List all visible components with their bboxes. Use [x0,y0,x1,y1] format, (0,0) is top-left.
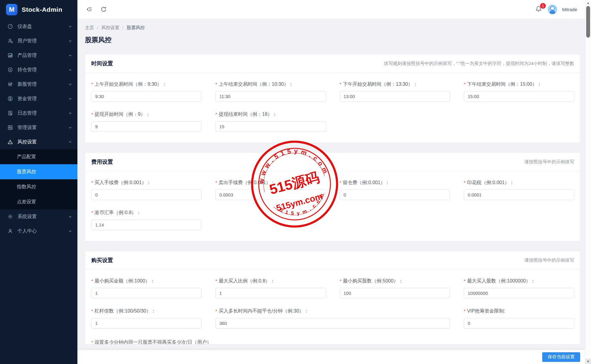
field-stamp-tax: 印花税（例:0.001）： [464,180,574,200]
sidebar-item-admin-settings[interactable]: 管理设置 [0,120,77,135]
leverage-input[interactable] [91,318,202,329]
scroll-up-arrow[interactable]: ▲ [585,0,591,5]
chevron-down-icon [68,25,72,28]
field-withdraw-start: 提现开始时间（例：9）： [91,111,202,132]
app-logo-icon: M [6,4,17,15]
sidebar-item-ipo[interactable]: 新股管理 [0,77,77,91]
sidebar-item-spread-settings[interactable]: 点差设置 [0,194,77,209]
chevron-down-icon [68,111,72,115]
chevron-down-icon [68,215,72,218]
app-logo[interactable]: M Stock-Admin [0,0,77,19]
field-withdraw-end: 提现结束时间（例：18）： [215,111,326,132]
admin-settings-icon [7,125,13,131]
morning-close-input[interactable] [215,91,326,102]
ipo-icon [7,81,13,87]
hkd-rate-input[interactable] [91,220,202,230]
sell-fee-input[interactable] [215,190,326,200]
field-sell-fee: 卖出手续费（例:0.001）： [215,180,326,200]
clipped-field-label: 设置多少分钟内同一只股票不得再买多少次/日（用户） [91,339,574,344]
breadcrumb-current: 股票风控 [127,25,145,31]
max-buy-ratio-input[interactable] [215,288,326,298]
min-buy-amount-input[interactable] [91,288,202,298]
risk-icon [7,139,13,145]
sidebar-item-system-settings[interactable]: 系统设置 [0,209,77,224]
field-buy-fee: 买入手续费（例:0.001）： [91,180,202,200]
chevron-down-icon [68,68,72,72]
field-min-buy-amount: 最小购买金额（例:1000）： [91,278,202,298]
profile-icon [7,228,13,234]
field-hold-minutes: 买入多长时间内不能平仓/分钟（例:30）： [215,308,450,329]
field-morning-close: 上午结束交易时间（例：10:30）： [215,81,326,102]
notifications-bell-icon[interactable]: 1 [535,5,543,13]
sidebar-item-product-config[interactable]: 产品配置 [0,149,77,164]
system-icon [7,214,13,220]
page-title: 股票风控 [85,35,580,45]
time-settings-card: 时间设置 填写规则请按照括号中的示例填写，":"统一为英文中的字符，提现时间为2… [85,54,580,143]
products-icon [7,52,13,58]
footer-bar: 保存当前设置 [77,350,585,364]
section-note: 请按照括号中的示例填写 [524,258,574,263]
withdraw-start-input[interactable] [91,121,202,132]
breadcrumb-risk-settings[interactable]: 风控设置 [101,25,119,31]
chevron-up-icon [68,140,72,144]
vip-fund-limit-input[interactable] [464,318,574,329]
chevron-down-icon [68,39,72,43]
page-content: 主页 / 风控设置 / 股票风控 股票风控 时间设置 填写规则请按照括号中的示例… [77,19,585,344]
breadcrumb-home[interactable]: 主页 [85,25,94,31]
afternoon-open-input[interactable] [340,91,450,102]
positions-icon [7,67,13,73]
field-min-buy-shares: 最小购买股数（例:5000）： [340,278,450,298]
hold-minutes-input[interactable] [215,318,450,329]
field-vip-fund-limit: VIP抢筹资金限制: [464,308,574,329]
field-afternoon-open: 下午开始交易时间（例：13:30）： [340,81,450,102]
topbar: 1 Mitrade [77,0,585,19]
scrollbar[interactable]: ▲ ▼ [585,0,591,364]
breadcrumb: 主页 / 风控设置 / 股票风控 [85,25,580,31]
sidebar-item-logs[interactable]: 日志管理 [0,106,77,120]
section-title: 购买设置 [91,257,113,264]
refresh-icon[interactable] [100,5,108,13]
sidebar-item-stock-risk[interactable]: 股票风控 [0,164,77,179]
collapse-sidebar-icon[interactable] [85,5,93,13]
chevron-down-icon [68,126,72,129]
section-note: 填写规则请按照括号中的示例填写，":"统一为英文中的字符，提现时间为24小时制，… [384,61,574,66]
app-title: Stock-Admin [22,6,62,13]
notification-badge: 1 [540,3,546,9]
sidebar-item-profile[interactable]: 个人中心 [0,224,77,238]
buy-fee-input[interactable] [91,190,202,200]
sidebar-item-positions[interactable]: 持仓管理 [0,63,77,77]
sidebar-item-funds[interactable]: 资金管理 [0,91,77,106]
overnight-fee-input[interactable] [340,190,450,200]
field-afternoon-close: 下午结束交易时间（例：15:00）： [464,81,574,102]
field-morning-open: 上午开始交易时间（例：9:30）： [91,81,202,102]
sidebar-item-dashboard[interactable]: 仪表盘 [0,19,77,34]
section-title: 费用设置 [91,158,113,165]
field-hkd-rate: 港币汇率（例:0.8）： [91,210,202,230]
avatar[interactable] [548,5,557,14]
sidebar-item-index-risk[interactable]: 指数风控 [0,179,77,194]
scroll-down-arrow[interactable]: ▼ [585,359,591,364]
sidebar-item-users[interactable]: 用户管理 [0,34,77,48]
section-title: 时间设置 [91,60,113,67]
scrollbar-thumb[interactable] [586,6,590,38]
sidebar-item-products[interactable]: 产品管理 [0,48,77,63]
stamp-tax-input[interactable] [464,190,574,200]
afternoon-close-input[interactable] [464,91,574,102]
field-max-buy-shares: 最大买入股数（例:1000000）： [464,278,574,298]
chevron-down-icon [68,97,72,100]
main-area: 1 Mitrade 主页 / 风控设置 / 股票风控 股票风控 时间设置 填写规… [77,0,585,364]
max-buy-shares-input[interactable] [464,288,574,298]
min-buy-shares-input[interactable] [340,288,450,298]
field-overnight-fee: 留仓费（例:0.001）： [340,180,450,200]
buy-settings-card: 购买设置 请按照括号中的示例填写 最小购买金额（例:1000）： 最大买入比例（… [85,251,580,344]
sidebar: M Stock-Admin 仪表盘 用户管理 产品管理 持仓管理 [0,0,77,364]
section-note: 请按照括号中的示例填写 [524,159,574,165]
field-max-buy-ratio: 最大买入比例（例:0.8）： [215,278,326,298]
dashboard-icon [7,23,13,29]
withdraw-end-input[interactable] [215,121,326,132]
chevron-down-icon [68,229,72,233]
sidebar-item-risk-settings[interactable]: 风控设置 [0,135,77,149]
users-icon [7,38,13,44]
save-button[interactable]: 保存当前设置 [542,352,580,362]
morning-open-input[interactable] [91,91,202,102]
